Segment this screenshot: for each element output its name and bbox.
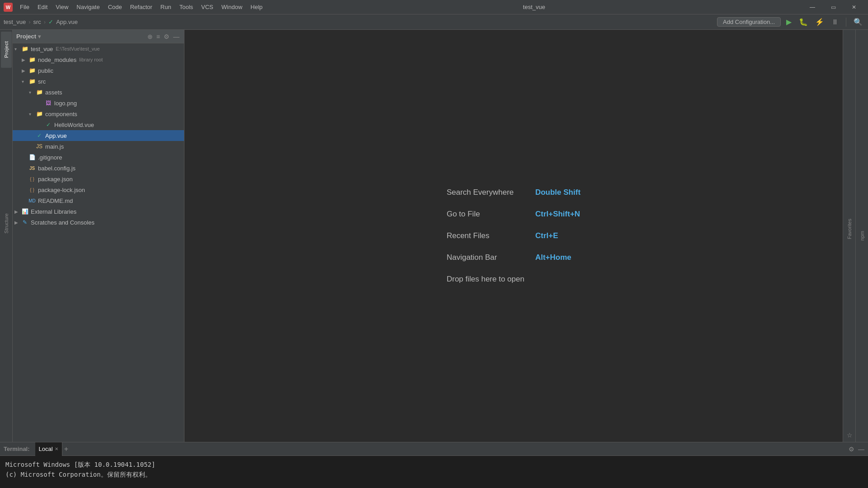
vue-icon: ✓ bbox=[44, 121, 52, 129]
tree-label: Scratches and Consoles bbox=[31, 219, 94, 226]
minimize-button[interactable]: — bbox=[802, 0, 823, 14]
tree-item-assets[interactable]: ▾ 📁 assets bbox=[13, 87, 184, 98]
terminal-body[interactable]: Microsoft Windows [版本 10.0.19041.1052] (… bbox=[0, 456, 868, 488]
panel-minimize-icon[interactable]: — bbox=[172, 32, 180, 41]
terminal-tabs: Terminal: Local ✕ + ⚙ — bbox=[0, 442, 868, 456]
arrow-icon: ▾ bbox=[29, 90, 35, 95]
menu-code[interactable]: Code bbox=[104, 3, 126, 11]
search-everywhere-button[interactable]: 🔍 bbox=[852, 17, 864, 27]
hint-search-everywhere: Search Everywhere Double Shift bbox=[447, 188, 580, 197]
toolbar: test_vue › src › ✓ App.vue Add Configura… bbox=[0, 14, 868, 30]
run-button[interactable]: ▶ bbox=[784, 17, 793, 27]
coverage-button[interactable]: ⚡ bbox=[813, 17, 826, 27]
tree-item-package-json[interactable]: { } package.json bbox=[13, 174, 184, 184]
menu-vcs[interactable]: VCS bbox=[198, 3, 217, 11]
tree-item-babel-config[interactable]: JS babel.config.js bbox=[13, 163, 184, 174]
js-icon: JS bbox=[35, 142, 43, 150]
tree-label: main.js bbox=[45, 143, 64, 150]
menu-edit[interactable]: Edit bbox=[34, 3, 51, 11]
app-logo: W bbox=[4, 3, 13, 12]
git-icon: 📄 bbox=[28, 153, 36, 161]
arrow-icon: ▾ bbox=[22, 79, 28, 84]
menu-file[interactable]: File bbox=[16, 3, 33, 11]
add-configuration-button[interactable]: Add Configuration... bbox=[717, 17, 781, 27]
maximize-button[interactable]: ▭ bbox=[823, 0, 844, 14]
hint-shortcut: Alt+Home bbox=[535, 253, 571, 262]
tree-item-main-js[interactable]: JS main.js bbox=[13, 141, 184, 152]
hint-drop-files: Drop files here to open bbox=[447, 275, 580, 284]
menu-view[interactable]: View bbox=[52, 3, 72, 11]
terminal-line-empty bbox=[5, 480, 863, 488]
menu-help[interactable]: Help bbox=[247, 3, 266, 11]
arrow-icon: ▶ bbox=[22, 68, 28, 73]
close-button[interactable]: ✕ bbox=[844, 0, 864, 14]
arrow-icon: ▾ bbox=[29, 112, 35, 117]
js-icon: JS bbox=[28, 164, 36, 172]
hint-navigation-bar: Navigation Bar Alt+Home bbox=[447, 253, 580, 262]
project-tab-icon[interactable]: Project bbox=[1, 32, 12, 68]
tree-item-gitignore[interactable]: 📄 .gitignore bbox=[13, 152, 184, 163]
menu-window[interactable]: Window bbox=[218, 3, 246, 11]
tree-item-app-vue[interactable]: ✓ App.vue bbox=[13, 130, 184, 141]
menu-refactor[interactable]: Refactor bbox=[127, 3, 156, 11]
tree-label: public bbox=[38, 67, 53, 74]
hint-shortcut: Double Shift bbox=[535, 188, 580, 197]
menu-run[interactable]: Run bbox=[157, 3, 175, 11]
terminal-line-2: (c) Microsoft Corporation。保留所有权利。 bbox=[5, 469, 863, 479]
breadcrumb-src[interactable]: src bbox=[33, 19, 41, 25]
tree-item-src[interactable]: ▾ 📁 src bbox=[13, 76, 184, 87]
terminal-settings-icon[interactable]: ⚙ bbox=[849, 446, 854, 453]
terminal-minimize-icon[interactable]: — bbox=[858, 446, 864, 453]
project-panel: Project ▾ ⊕ ≡ ⚙ — ▾ 📁 test_vue E:\TestVu… bbox=[13, 30, 184, 442]
tree-item-helloworld[interactable]: ✓ HelloWorld.vue bbox=[13, 119, 184, 130]
editor-hints: Search Everywhere Double Shift Go to Fil… bbox=[447, 188, 580, 284]
tree-item-public[interactable]: ▶ 📁 public bbox=[13, 65, 184, 76]
hint-label: Search Everywhere bbox=[447, 188, 528, 197]
terminal-tab-close[interactable]: ✕ bbox=[55, 446, 58, 451]
tree-label: External Libraries bbox=[31, 208, 76, 215]
npm-tab[interactable]: npm bbox=[856, 30, 868, 442]
folder-icon: 📁 bbox=[28, 77, 36, 85]
breadcrumb-file[interactable]: App.vue bbox=[56, 19, 78, 25]
tree-item-logo-png[interactable]: 🖼 logo.png bbox=[13, 98, 184, 108]
left-sidebar: Project Structure bbox=[0, 30, 13, 442]
terminal-label: Terminal: bbox=[4, 446, 30, 452]
breadcrumb-project[interactable]: test_vue bbox=[4, 19, 26, 25]
tree-item-node_modules[interactable]: ▶ 📁 node_modules library root bbox=[13, 54, 184, 65]
tree-item-package-lock-json[interactable]: { } package-lock.json bbox=[13, 184, 184, 195]
tree-item-external-libraries[interactable]: ▶ 📊 External Libraries bbox=[13, 206, 184, 217]
scratches-icon: ✎ bbox=[21, 218, 29, 226]
hint-recent-files: Recent Files Ctrl+E bbox=[447, 231, 580, 240]
star-icon[interactable]: ☆ bbox=[843, 428, 856, 442]
hint-label: Recent Files bbox=[447, 231, 528, 240]
terminal-tab-local[interactable]: Local ✕ bbox=[35, 442, 62, 456]
tree-label: node_modules bbox=[38, 56, 76, 63]
folder-icon: 📁 bbox=[21, 45, 29, 53]
tree-item-scratches[interactable]: ▶ ✎ Scratches and Consoles bbox=[13, 217, 184, 228]
favorites-tab[interactable]: Favorites bbox=[843, 30, 855, 428]
tree-item-test_vue[interactable]: ▾ 📁 test_vue E:\TestVue\test_vue bbox=[13, 43, 184, 54]
arrow-icon: ▶ bbox=[22, 57, 28, 62]
menu-navigate[interactable]: Navigate bbox=[73, 3, 103, 11]
tree-item-components[interactable]: ▾ 📁 components bbox=[13, 108, 184, 119]
structure-tab-icon[interactable]: Structure bbox=[1, 205, 12, 241]
editor-area[interactable]: Search Everywhere Double Shift Go to Fil… bbox=[184, 30, 843, 442]
tree-label: test_vue bbox=[31, 46, 53, 52]
locate-file-icon[interactable]: ⊕ bbox=[146, 32, 154, 41]
profile-button[interactable]: ⏸ bbox=[830, 17, 840, 27]
json-icon: { } bbox=[28, 175, 36, 183]
terminal-line-1: Microsoft Windows [版本 10.0.19041.1052] bbox=[5, 460, 863, 469]
debug-button[interactable]: 🐛 bbox=[797, 17, 810, 27]
arrow-icon: ▾ bbox=[14, 47, 21, 52]
tree-item-readme[interactable]: MD README.md bbox=[13, 195, 184, 206]
menu-tools[interactable]: Tools bbox=[176, 3, 197, 11]
project-dropdown-icon[interactable]: ▾ bbox=[38, 33, 41, 40]
toolbar-separator bbox=[846, 18, 846, 27]
window-title: test_vue bbox=[266, 4, 802, 10]
collapse-all-icon[interactable]: ≡ bbox=[156, 32, 161, 41]
tree-label: components bbox=[45, 111, 77, 117]
tree-label: .gitignore bbox=[38, 154, 62, 161]
panel-options-icon[interactable]: ⚙ bbox=[163, 32, 170, 41]
img-icon: 🖼 bbox=[44, 99, 52, 107]
terminal-add-tab[interactable]: + bbox=[64, 445, 68, 453]
